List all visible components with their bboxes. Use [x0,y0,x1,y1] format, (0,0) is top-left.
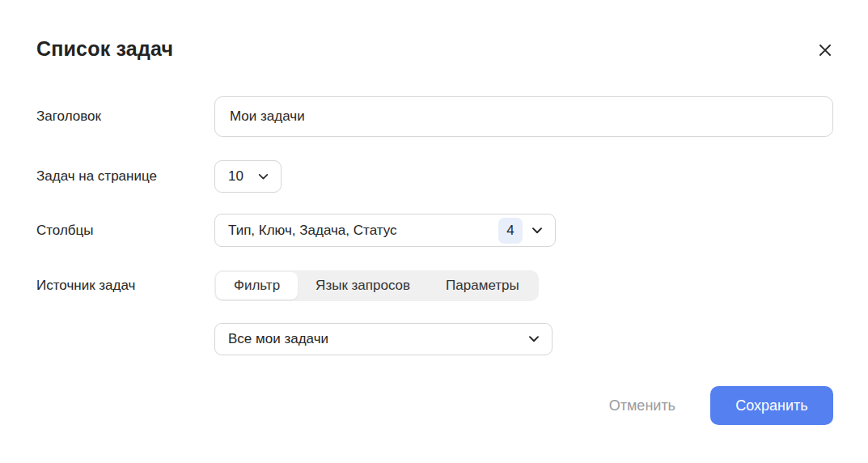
tab-query-language[interactable]: Язык запросов [298,272,428,299]
close-button[interactable] [815,40,836,61]
chevron-down-icon [530,223,544,238]
per-page-select[interactable]: 10 [214,160,282,193]
form-row-title: Заголовок [36,96,833,137]
form-row-per-page: Задач на странице 10 [36,160,833,193]
source-label: Источник задач [36,278,214,294]
form-row-source: Источник задач Фильтр Язык запросов Пара… [36,270,833,301]
filter-value: Все мои задачи [228,331,328,347]
form-row-columns: Столбцы Тип, Ключ, Задача, Статус 4 [36,214,833,247]
cancel-button[interactable]: Отменить [609,397,675,414]
title-input[interactable] [214,96,833,137]
columns-count-badge: 4 [498,218,523,244]
columns-select[interactable]: Тип, Ключ, Задача, Статус 4 [214,214,556,247]
form-row-filter: Все мои задачи [36,323,833,355]
task-list-dialog: Список задач Заголовок Задач на странице… [0,0,868,463]
save-button[interactable]: Сохранить [710,386,833,425]
chevron-down-icon [256,170,270,184]
title-label: Заголовок [36,108,214,125]
filter-select[interactable]: Все мои задачи [214,323,553,355]
page-title: Список задач [36,37,173,61]
dialog-footer: Отменить Сохранить [609,386,833,425]
close-icon [816,41,834,59]
columns-value: Тип, Ключ, Задача, Статус [228,223,397,239]
columns-label: Столбцы [36,223,214,239]
per-page-value: 10 [228,168,243,185]
tab-parameters[interactable]: Параметры [428,272,537,299]
dialog-form: Заголовок Задач на странице 10 Столбцы Т… [36,96,833,355]
source-segmented-control: Фильтр Язык запросов Параметры [214,270,539,301]
per-page-label: Задач на странице [36,168,214,185]
tab-filter[interactable]: Фильтр [216,272,298,299]
chevron-down-icon [527,332,541,346]
